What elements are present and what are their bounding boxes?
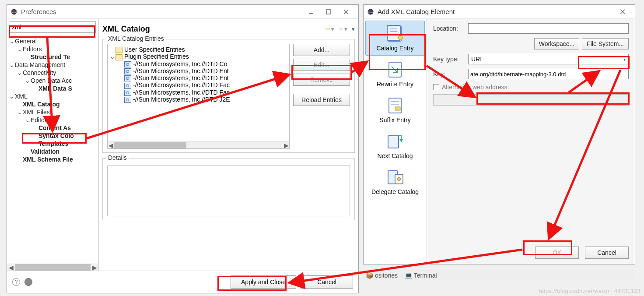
catalog-entry-row[interactable]: -//Sun Microsystems, Inc.//DTD Fac (133, 81, 230, 88)
add-dialog-titlebar: Add XML Catalog Element (364, 5, 635, 19)
tree-xml-catalog[interactable]: XML Catalog (23, 101, 60, 108)
tree-content-assist[interactable]: Content As (38, 124, 71, 131)
tree-xml[interactable]: XML (15, 93, 28, 100)
entries-group-title: XML Catalog Entries (106, 35, 166, 42)
alt-web-input (433, 94, 629, 106)
preferences-title: Preferences (21, 8, 302, 15)
tree-xml-data-s[interactable]: XML Data S (38, 85, 72, 92)
import-export-icon[interactable] (24, 278, 32, 286)
key-input[interactable] (468, 69, 629, 79)
key-type-label: Key type: (433, 56, 465, 63)
tree-open-data-access[interactable]: Open Data Acc (31, 77, 72, 84)
eclipse-icon (10, 8, 18, 15)
apply-and-close-button[interactable]: Apply and Close (231, 275, 296, 289)
tree-structured-text[interactable]: Structured Te (31, 53, 70, 60)
entries-plugin-specified[interactable]: Plugin Specified Entries (124, 53, 189, 60)
workspace-button[interactable]: Workspace... (534, 38, 579, 49)
type-label: Catalog Entry (377, 45, 414, 52)
type-rewrite-entry[interactable]: Rewrite Entry (365, 56, 425, 92)
catalog-entry-row[interactable]: -//Sun Microsystems, Inc.//DTD Co (133, 60, 227, 67)
tree-templates[interactable]: Templates (38, 140, 68, 147)
back-icon: ⇦ (326, 26, 330, 32)
page-title: XML Catalog (102, 25, 326, 34)
svg-point-15 (398, 35, 402, 40)
svg-point-6 (368, 9, 374, 14)
key-label: Key: (433, 70, 465, 78)
catalog-entry-row[interactable]: -//Sun Microsystems, Inc.//DTD J2E (133, 96, 230, 103)
alt-web-checkbox[interactable] (433, 84, 439, 90)
svg-rect-17 (389, 98, 401, 113)
tree-xml-files[interactable]: XML Files (23, 109, 50, 116)
type-delegate-catalog[interactable]: Delegate Catalog (365, 164, 425, 199)
svg-rect-3 (326, 10, 331, 14)
type-label: Suffix Entry (379, 116, 410, 123)
menu-caret-icon: ▾ (352, 26, 355, 32)
key-type-select[interactable]: URI ▾ (468, 54, 629, 64)
catalog-type-list[interactable]: Catalog Entry Rewrite Entry Suffix Entry… (364, 19, 427, 264)
tree-connectivity[interactable]: Connectivity (23, 69, 56, 76)
entries-user-specified[interactable]: User Specified Entries (124, 46, 185, 53)
svg-point-0 (11, 9, 17, 14)
type-label: Next Catalog (378, 152, 413, 159)
add-dialog-title: Add XML Catalog Element (378, 8, 614, 15)
details-group-title: Details (106, 154, 129, 161)
tree-validation[interactable]: Validation (31, 148, 60, 155)
add-cancel-button[interactable]: Cancel (585, 247, 629, 259)
ok-button[interactable]: OK (535, 247, 579, 259)
eclipse-views-bar: 📦 ositories 💻 Terminal (363, 269, 635, 281)
type-catalog-entry[interactable]: Catalog Entry (365, 21, 425, 56)
file-system-button[interactable]: File System... (582, 38, 629, 49)
entries-hscroll[interactable]: ◀▶ (108, 141, 289, 148)
preferences-filter-input[interactable] (10, 21, 96, 33)
preferences-sidebar: ✕ ⌄General ⌄Editors Structured Te ⌄Data … (7, 19, 99, 271)
alt-web-label: Alternative web address: (442, 84, 509, 91)
maximize-button[interactable] (320, 6, 337, 18)
svg-marker-22 (399, 139, 403, 142)
type-label: Rewrite Entry (377, 81, 413, 88)
tree-general[interactable]: General (15, 38, 37, 45)
catalog-entry-form: Location: Workspace... File System... Ke… (427, 19, 635, 264)
tree-syntax-coloring[interactable]: Syntax Colo (38, 132, 74, 139)
catalog-entry-row[interactable]: -//Sun Microsystems, Inc.//DTD Fac (133, 89, 230, 96)
location-input[interactable] (468, 23, 629, 34)
location-label: Location: (433, 25, 465, 32)
remove-button[interactable]: Remove (293, 74, 350, 86)
svg-rect-21 (388, 136, 399, 148)
watermark: https://blog.csdn.net/weixin_44731123 (539, 288, 640, 294)
details-area (107, 166, 350, 216)
tree-editors[interactable]: Editors (23, 46, 42, 53)
type-next-catalog[interactable]: Next Catalog (365, 128, 425, 163)
add-catalog-dialog: Add XML Catalog Element Catalog Entry Re… (363, 4, 635, 264)
help-icon[interactable]: ? (12, 278, 20, 286)
svg-point-25 (397, 177, 401, 181)
forward-icon: ⇨ (339, 26, 343, 32)
catalog-entry-row[interactable]: -//Sun Microsystems, Inc.//DTD Ent (133, 74, 229, 81)
terminal-view[interactable]: Terminal (414, 272, 437, 279)
tree-scrollbar[interactable]: ◀ ▶ (7, 264, 98, 271)
edit-button[interactable]: Edit... (293, 59, 350, 71)
close-button[interactable] (337, 6, 355, 18)
preferences-tree[interactable]: ⌄General ⌄Editors Structured Te ⌄Data Ma… (7, 35, 98, 264)
tree-xml-schema-files[interactable]: XML Schema File (23, 156, 73, 163)
repositories-view[interactable]: ositories (375, 272, 398, 279)
preferences-dialog: Preferences ✕ ⌄General ⌄Editors Structur… (7, 4, 359, 293)
reload-entries-button[interactable]: Reload Entries (293, 94, 350, 106)
eclipse-icon (367, 8, 374, 15)
minimize-button[interactable] (302, 6, 320, 18)
preferences-titlebar: Preferences (7, 5, 358, 19)
type-suffix-entry[interactable]: Suffix Entry (365, 92, 425, 127)
svg-rect-20 (395, 107, 400, 110)
page-nav-arrows[interactable]: ⇦▾ ⇨▾ ▾ (326, 26, 355, 32)
key-type-value: URI (471, 56, 482, 63)
tree-data-management[interactable]: Data Management (15, 61, 65, 68)
catalog-entry-row[interactable]: -//Sun Microsystems, Inc.//DTD Ent (133, 67, 229, 74)
add-button[interactable]: Add... (293, 44, 350, 56)
entries-tree[interactable]: User Specified Entries ⌄Plugin Specified… (107, 44, 290, 149)
xml-catalog-entries-group: XML Catalog Entries User Specified Entri… (102, 39, 355, 153)
chevron-down-icon: ▾ (623, 57, 626, 62)
add-close-button[interactable] (614, 6, 631, 18)
type-label: Delegate Catalog (371, 188, 419, 195)
cancel-button[interactable]: Cancel (301, 275, 353, 289)
filter-clear-icon[interactable]: ✕ (89, 23, 93, 29)
tree-editor[interactable]: Editor (31, 116, 47, 123)
